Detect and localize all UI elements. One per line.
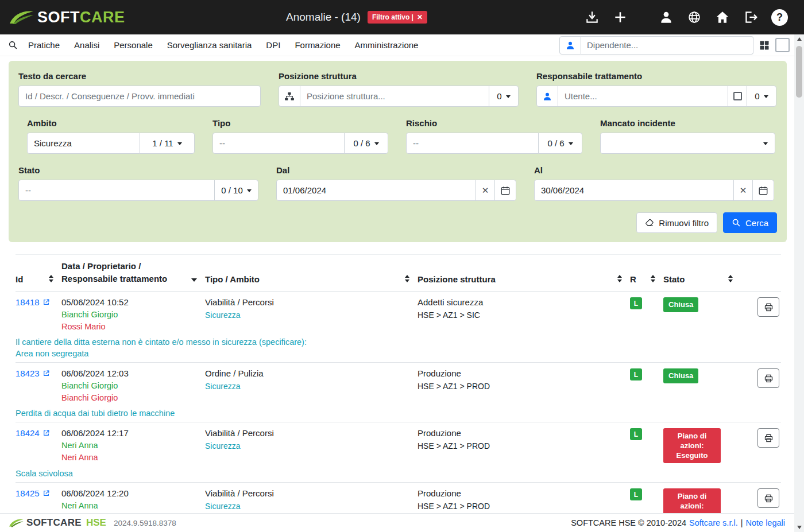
print-button[interactable] [757,488,779,508]
responsabile-label: Responsabile trattamento [536,71,776,81]
ambito-count-button[interactable]: 1 / 11 [140,133,195,154]
cell-stato: Chiusa [663,368,741,403]
testo-input[interactable] [18,86,261,107]
nav-item-analisi[interactable]: Analisi [74,40,99,50]
ambito-count: 1 / 11 [152,138,173,148]
page-title: Anomalie - (14) [286,11,361,24]
dal-label: Dal [276,165,516,175]
caret-down-icon [569,142,573,145]
responsabile-count-button[interactable]: 0 [747,86,776,107]
page-title-area: Anomalie - (14) Filtro attivo | ✕ [286,0,427,34]
printer-icon [764,302,774,312]
nav-item-dpi[interactable]: DPI [266,40,280,50]
responsabile-checkbox[interactable] [728,86,747,107]
nav-item-amministrazione[interactable]: Amministrazione [355,40,419,50]
dal-calendar-button[interactable] [494,180,516,201]
app-logo[interactable]: SOFTCARE [8,9,125,26]
nav-item-sorveglianza-sanitaria[interactable]: Sorveglianza sanitaria [167,40,252,50]
company-link[interactable]: Softcare s.r.l. [689,518,738,527]
cell-id: 18423 [16,368,61,403]
ambito-input[interactable] [27,133,140,154]
rischio-count-button[interactable]: 0 / 6 [538,133,582,154]
al-input[interactable] [534,180,734,201]
brand-care: CARE [80,9,125,26]
cell-r: L [630,428,663,463]
user-picker-button[interactable] [536,86,558,107]
employee-search-input[interactable] [581,36,753,55]
anomaly-description: Il cantiere della ditta esterna non è ci… [16,336,781,359]
home-button[interactable] [715,10,730,25]
legal-notes-link[interactable]: Note legali [745,518,785,527]
download-button[interactable] [585,10,600,25]
utente-input[interactable] [558,86,728,107]
help-button[interactable]: ? [771,9,788,26]
table-row: 18423 06/06/2024 12:03 Bianchi Giorgio B… [16,363,781,422]
tipo-count: 0 / 6 [353,138,370,148]
cell-tipo: Ordine / Pulizia Sicurezza [205,368,418,403]
select-mode-checkbox[interactable] [775,38,790,52]
al-calendar-button[interactable] [752,180,774,201]
nav-item-pratiche[interactable]: Pratiche [28,40,60,50]
clear-filter-icon[interactable]: ✕ [417,13,423,21]
print-button[interactable] [757,368,779,388]
structure-tree-button[interactable] [279,86,300,107]
user-icon [659,10,674,25]
header-posizione[interactable]: Posizione struttura [418,274,630,284]
user-profile-button[interactable] [659,10,674,25]
header-tipo-label: Tipo / Ambito [205,274,260,284]
search-button[interactable]: Cerca [723,212,777,233]
employee-picker-button[interactable] [559,36,581,55]
logout-button[interactable] [743,10,758,25]
filter-row-1: Testo da cercare Posizione struttura [18,71,777,107]
cell-posizione: Produzione HSE > AZ1 > PROD [418,428,630,463]
print-button[interactable] [757,428,779,448]
brand-soft: SOFT [37,9,80,26]
user-blue-icon [542,91,552,102]
posizione-input[interactable] [300,86,489,107]
remove-filter-button[interactable]: Rimuovi filtro [636,212,717,233]
rischio-input[interactable] [406,133,539,154]
vertical-scrollbar[interactable] [794,34,804,532]
dal-input[interactable] [276,180,476,201]
header-id[interactable]: Id [16,274,61,284]
mancato-incidente-select[interactable] [600,133,775,154]
scroll-up-arrow[interactable] [794,34,804,44]
print-button[interactable] [757,297,779,317]
language-chat-button[interactable] [687,10,702,25]
calendar-icon [500,185,511,196]
stato-input[interactable] [18,180,215,201]
anomaly-id-link[interactable]: 18424 [16,428,50,438]
header-stato-label: Stato [663,274,685,284]
dal-clear-button[interactable]: ✕ [476,180,495,201]
scrollbar-thumb[interactable] [796,46,802,98]
anomaly-id-link[interactable]: 18423 [16,368,50,379]
stato-count-button[interactable]: 0 / 10 [214,180,258,201]
testo-label: Testo da cercare [18,71,261,81]
search-label: Cerca [745,218,768,228]
sort-icon [405,275,409,284]
footer-separator: | [741,518,743,527]
active-filter-badge[interactable]: Filtro attivo | ✕ [368,11,427,24]
anomaly-id-link[interactable]: 18418 [16,297,50,308]
posizione-count-button[interactable]: 0 [489,86,519,107]
add-button[interactable] [613,10,628,25]
header-tipo-ambito[interactable]: Tipo / Ambito [205,274,418,284]
header-data-proprietario[interactable]: Data / Proprietario / Responsabile tratt… [61,261,205,284]
grid-view-button[interactable] [759,40,770,51]
scroll-down-arrow[interactable] [794,523,804,532]
header-stato[interactable]: Stato [663,274,741,284]
tipo-count-button[interactable]: 0 / 6 [344,133,388,154]
anomaly-id-link[interactable]: 18425 [16,488,50,499]
header-r[interactable]: R [630,274,663,284]
cell-posizione: Addetti sicurezza HSE > AZ1 > SIC [418,297,630,332]
caret-down-icon [764,95,768,98]
footer-brand-name: SOFTCARE [26,517,82,529]
search-icon[interactable] [8,40,18,50]
tipo-input[interactable] [212,133,345,154]
cell-actions [741,297,781,332]
footer: SOFTCARE HSE 2024.9.5918.8378 SOFTCARE H… [0,513,794,532]
al-clear-button[interactable]: ✕ [733,180,753,201]
nav-item-formazione[interactable]: Formazione [295,40,340,50]
nav-item-personale[interactable]: Personale [114,40,153,50]
cell-tipo: Viabilità / Percorsi Sicurezza [205,297,418,332]
